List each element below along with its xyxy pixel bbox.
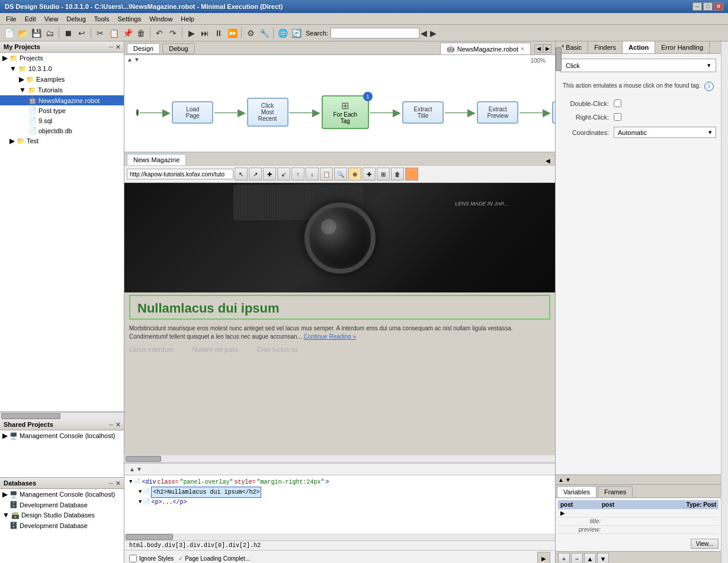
dom-expand-btn[interactable]: ▼	[136, 466, 142, 472]
info-icon[interactable]: i	[704, 82, 714, 91]
browser-tool-select[interactable]: ↖	[235, 168, 248, 181]
workflow-expand-btn[interactable]: ▼	[134, 56, 140, 63]
paste-button[interactable]: 📌	[121, 27, 134, 40]
new-button[interactable]: 📄	[2, 27, 15, 40]
save-all-button[interactable]: 🗂	[43, 27, 56, 40]
step-button[interactable]: ⏭	[198, 27, 211, 40]
tree-item-mgmt-console[interactable]: ▶ 🖥️ Management Console (localhost)	[0, 430, 124, 441]
browser-tool-expand[interactable]: ⊕	[348, 168, 361, 181]
reload-button[interactable]: ↩	[75, 27, 88, 40]
dom-expand-icon-1[interactable]: ▼	[139, 488, 142, 497]
run-button[interactable]: ▶	[185, 27, 198, 40]
delete-button[interactable]: 🗑	[134, 27, 147, 40]
save-button[interactable]: 💾	[30, 27, 43, 40]
copy-button[interactable]: 📋	[107, 27, 120, 40]
ignore-styles-checkbox[interactable]	[129, 555, 137, 562]
click-most-recent-box[interactable]: Click Most Recent	[247, 98, 288, 127]
maximize-button[interactable]: □	[703, 2, 713, 11]
move-up-button[interactable]: ▲	[584, 553, 596, 563]
variables-tab[interactable]: Variables	[557, 486, 596, 497]
browser-tool-delete[interactable]: 🗑	[391, 168, 404, 181]
menu-window[interactable]: Window	[146, 14, 176, 24]
stop-button[interactable]: ⏹	[62, 27, 75, 40]
browser-tool-add[interactable]: ✚	[363, 168, 376, 181]
continue-reading-link[interactable]: Continue Reading »	[304, 333, 356, 340]
design-tab[interactable]: Design	[127, 43, 160, 54]
right-click-checkbox[interactable]	[614, 113, 621, 121]
extract-preview-box[interactable]: Extract Preview	[477, 101, 518, 124]
tree-item-db-mgmt[interactable]: ▶ 🖥️ Management Console (localhost)	[0, 489, 124, 500]
search-next-button[interactable]: ▶	[429, 27, 438, 40]
open-button[interactable]: 📂	[16, 27, 29, 40]
tree-item-dev-db1[interactable]: 🗄️ Development Database	[0, 500, 124, 510]
dom-h2-selected[interactable]: <h2>Nullamlacus dui ipsum</h2>	[151, 487, 261, 498]
error-handling-tab[interactable]: Error Handling	[655, 41, 710, 53]
search-prev-button[interactable]: ◀	[419, 27, 429, 40]
redo-button[interactable]: ↷	[166, 27, 179, 40]
browser-tool-highlight[interactable]: 🔆	[405, 168, 418, 181]
tree-item-10310[interactable]: ▼ 📁 10.3.1.0	[0, 63, 124, 74]
tree-item-ds-db[interactable]: ▼ 🗃️ Design Studio Databases	[0, 510, 124, 520]
projects-hscroll[interactable]	[0, 412, 124, 419]
browser-tool-copy[interactable]: 📋	[320, 168, 333, 181]
workflow-step-for-each-tag[interactable]: 1 ⊞ For Each Tag	[322, 95, 369, 129]
undo-button[interactable]: ↶	[153, 27, 166, 40]
add-var-button[interactable]: +	[558, 553, 570, 563]
action-tab[interactable]: Action	[623, 41, 655, 53]
workflow-step-extract-title[interactable]: Extract Title	[402, 101, 444, 124]
for-each-tag-box[interactable]: 1 ⊞ For Each Tag	[322, 95, 369, 129]
pause-button[interactable]: ⏸	[212, 27, 225, 40]
right-panel-vscroll[interactable]	[721, 41, 728, 563]
tree-item-newsmagazine[interactable]: 🤖 NewsMagazine.robot	[0, 95, 124, 105]
browser-button[interactable]: 🌐	[276, 27, 289, 40]
remove-var-button[interactable]: −	[571, 553, 583, 563]
execute-play-button[interactable]: ▶	[537, 552, 550, 563]
minimize-button[interactable]: ─	[692, 2, 702, 11]
finders-tab[interactable]: Finders	[588, 41, 623, 53]
tree-item-projects[interactable]: ▶ 📁 Projects	[0, 53, 124, 63]
workflow-collapse-btn[interactable]: ▲	[127, 56, 133, 63]
bottom-panel-collapse-btn[interactable]: ▲	[558, 477, 564, 483]
tree-item-dev-db2[interactable]: 🗄️ Development Database	[0, 520, 124, 530]
browser-tool-search[interactable]: 🔍	[334, 168, 347, 181]
right-panel-vscroll-thumb[interactable]	[556, 47, 562, 71]
my-projects-minimize[interactable]: ─	[109, 44, 113, 50]
tree-item-posttype[interactable]: 📄 Post type	[0, 105, 124, 115]
tree-item-objectdb[interactable]: 📄 objectdb.db	[0, 126, 124, 136]
move-down-button[interactable]: ▼	[597, 553, 609, 563]
debug-tab[interactable]: Debug	[162, 43, 194, 54]
workflow-step-extract-preview[interactable]: Extract Preview	[477, 101, 518, 124]
load-page-box[interactable]: Load Page	[172, 101, 213, 124]
browser-tool-pointer[interactable]: ↗	[249, 168, 262, 181]
shared-projects-close[interactable]: ✕	[116, 422, 120, 428]
close-button[interactable]: ✕	[714, 2, 723, 11]
action-dropdown[interactable]: Click ▾	[560, 59, 716, 72]
browser-tool-tag[interactable]: ✚	[263, 168, 276, 181]
browser-tab[interactable]: News Magazine	[127, 154, 186, 165]
my-projects-close[interactable]: ✕	[116, 44, 120, 50]
file-tab[interactable]: 🤖 NewsMagazine.robot ×	[440, 43, 531, 54]
frames-tab[interactable]: Frames	[598, 486, 633, 497]
file-tab-close[interactable]: ×	[521, 46, 524, 52]
workflow-step-load-page[interactable]: Load Page	[172, 101, 213, 124]
browser-hscroll-thumb[interactable]	[126, 456, 161, 462]
cut-button[interactable]: ✂	[94, 27, 107, 40]
shared-projects-minimize[interactable]: ─	[109, 422, 113, 428]
var-expand-post[interactable]: ▶	[560, 510, 565, 516]
tree-item-test[interactable]: ▶ 📁 Test	[0, 136, 124, 146]
menu-tools[interactable]: Tools	[91, 14, 113, 24]
view-button[interactable]: View...	[691, 539, 719, 549]
dom-expand-icon-0[interactable]: ▼	[129, 478, 132, 487]
menu-view[interactable]: View	[41, 14, 62, 24]
debug2-button[interactable]: 🔧	[258, 27, 271, 40]
browser-collapse-btn[interactable]: ◀	[543, 156, 553, 165]
menu-edit[interactable]: Edit	[21, 14, 40, 24]
browser-url-input[interactable]	[127, 169, 233, 179]
dom-expand-icon-2[interactable]: ▼	[139, 498, 142, 507]
dom-collapse-btn[interactable]: ▲	[129, 466, 135, 472]
search-input[interactable]	[331, 28, 419, 38]
settings-button[interactable]: ⚙	[244, 27, 257, 40]
dom-hscroll-thumb[interactable]	[126, 534, 173, 540]
databases-close[interactable]: ✕	[116, 480, 120, 487]
menu-settings[interactable]: Settings	[114, 14, 145, 24]
